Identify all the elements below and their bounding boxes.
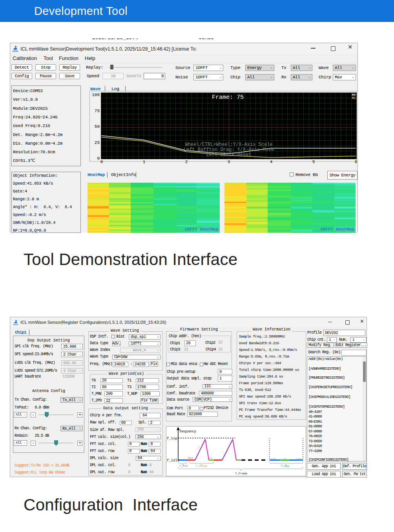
svg-text:f_top: f_top: [167, 437, 177, 441]
svg-text:T_2PD: T_2PD: [296, 458, 301, 459]
svg-text:T_Frame: T_Frame: [235, 472, 248, 475]
svg-text:T_up: T_up: [196, 445, 200, 450]
svg-text:End: End: [209, 457, 212, 459]
svg-text:frequency: frequency: [180, 429, 196, 433]
svg-text:T_Nop: T_Nop: [281, 465, 289, 468]
svg-text:T_PD: T_PD: [283, 458, 286, 459]
svg-text:T_down: T_down: [206, 447, 209, 453]
svg-text:T_Pre: T_Pre: [179, 465, 188, 468]
svg-text:T_2PD: T_2PD: [271, 458, 276, 459]
svg-text:T_Chirp: T_Chirp: [195, 465, 207, 468]
svg-text:Start: Start: [188, 457, 193, 459]
svg-text:f_idle: f_idle: [167, 459, 179, 463]
